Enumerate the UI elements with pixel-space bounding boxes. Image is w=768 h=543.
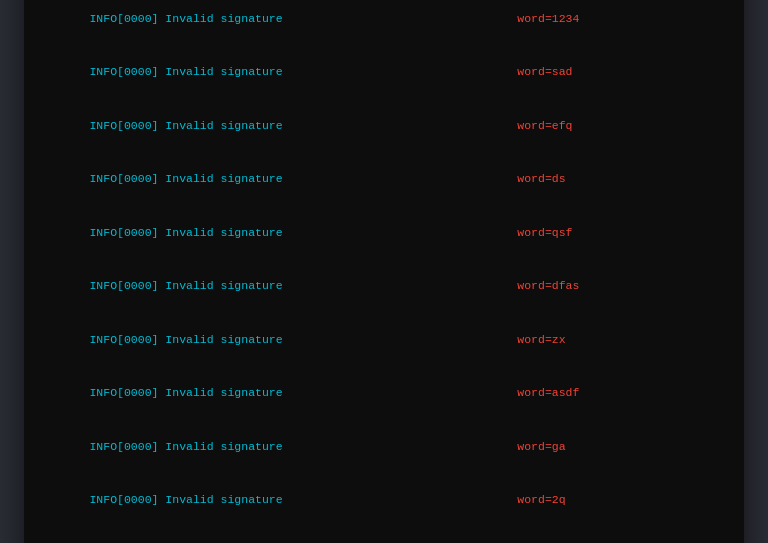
log-invalid-1: INFO[0000] Invalid signature word=1234 [48,0,720,46]
log-invalid-11: INFO[0000] Invalid signature word=f [48,527,720,543]
log-invalid-2: INFO[0000] Invalid signature word=sad [48,46,720,99]
log-invalid-10: INFO[0000] Invalid signature word=2q [48,473,720,526]
log-invalid-8: INFO[0000] Invalid signature word=asdf [48,366,720,419]
terminal-window: d8p 8d8 d88 888888888 888 888 ,8b. doooo… [24,0,744,543]
log-invalid-4: INFO[0000] Invalid signature word=ds [48,153,720,206]
log-invalid-9: INFO[0000] Invalid signature word=ga [48,420,720,473]
log-invalid-7: INFO[0000] Invalid signature word=zx [48,313,720,366]
terminal-body: d8p 8d8 d88 888888888 888 888 ,8b. doooo… [24,0,744,543]
log-invalid-3: INFO[0000] Invalid signature word=efq [48,99,720,152]
log-invalid-6: INFO[0000] Invalid signature word=dfas [48,259,720,312]
log-invalid-5: INFO[0000] Invalid signature word=qsf [48,206,720,259]
